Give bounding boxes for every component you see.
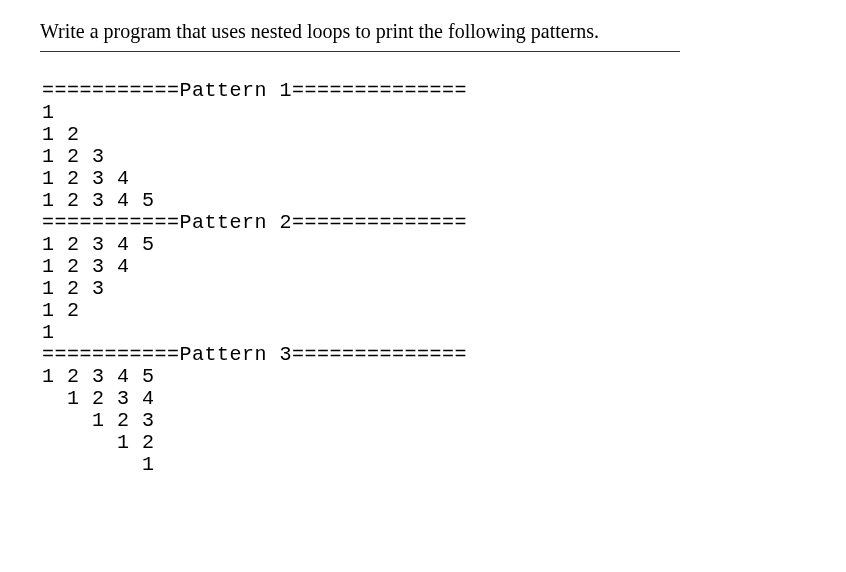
pattern-2-line-5: 1 bbox=[42, 321, 55, 344]
pattern-1-line-2: 1 2 bbox=[42, 123, 80, 146]
pattern-2-line-2: 1 2 3 4 bbox=[42, 255, 130, 278]
pattern-1-line-3: 1 2 3 bbox=[42, 145, 105, 168]
pattern-1-header: ===========Pattern 1============== bbox=[42, 79, 467, 102]
pattern-3-line-3: 1 2 3 bbox=[42, 409, 155, 432]
pattern-3-line-1: 1 2 3 4 5 bbox=[42, 365, 155, 388]
pattern-3-header: ===========Pattern 3============== bbox=[42, 343, 467, 366]
divider bbox=[40, 51, 680, 52]
pattern-2-line-3: 1 2 3 bbox=[42, 277, 105, 300]
question-prompt: Write a program that uses nested loops t… bbox=[40, 20, 806, 43]
pattern-3-line-4: 1 2 bbox=[42, 431, 155, 454]
pattern-2-line-4: 1 2 bbox=[42, 299, 80, 322]
code-output-block: ===========Pattern 1============== 1 1 2… bbox=[40, 58, 806, 476]
pattern-2-line-1: 1 2 3 4 5 bbox=[42, 233, 155, 256]
pattern-1-line-4: 1 2 3 4 bbox=[42, 167, 130, 190]
pattern-1-line-1: 1 bbox=[42, 101, 55, 124]
pattern-1-line-5: 1 2 3 4 5 bbox=[42, 189, 155, 212]
pattern-3-line-5: 1 bbox=[42, 453, 155, 476]
pattern-2-header: ===========Pattern 2============== bbox=[42, 211, 467, 234]
pattern-3-line-2: 1 2 3 4 bbox=[42, 387, 155, 410]
